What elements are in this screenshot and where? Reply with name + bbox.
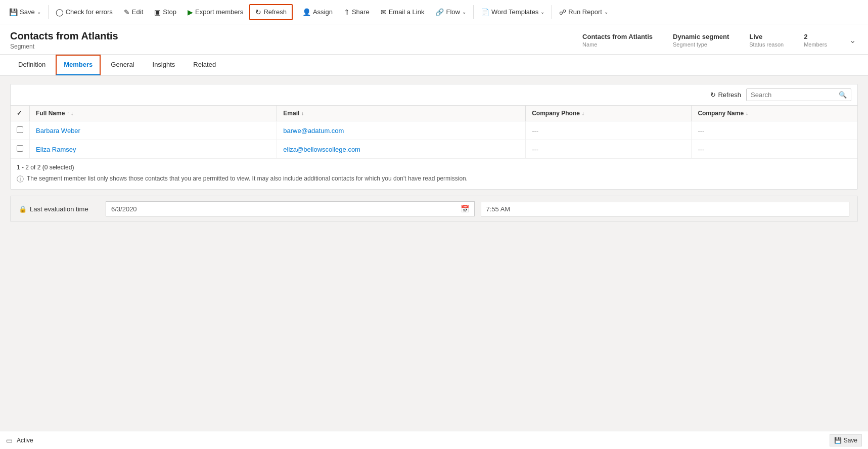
- header-meta-name-label: Name: [582, 41, 653, 48]
- table-header-row: ✓ Full Name ↑ ↓ Email ↓: [11, 106, 857, 121]
- email-link-button[interactable]: ✉ Email a Link: [376, 5, 430, 19]
- calendar-icon: 📅: [461, 205, 469, 213]
- tab-general[interactable]: General: [103, 55, 142, 75]
- tab-insights[interactable]: Insights: [145, 55, 184, 75]
- full-name-col-header[interactable]: Full Name ↑ ↓: [30, 106, 277, 121]
- members-panel: ↻ Refresh 🔍 ✓ Full Nam: [10, 84, 858, 190]
- flow-button[interactable]: 🔗 Flow ⌄: [430, 5, 471, 19]
- edit-button[interactable]: ✎ Edit: [119, 5, 148, 19]
- table-row: Barbara Weber barwe@adatum.com --- ---: [11, 121, 857, 140]
- email-sort-icon[interactable]: ↓: [301, 111, 304, 116]
- page-header-right: Contacts from Atlantis Name Dynamic segm…: [582, 33, 858, 48]
- tab-definition[interactable]: Definition: [10, 55, 54, 75]
- run-report-dropdown-icon[interactable]: ⌄: [604, 9, 608, 15]
- row-checkbox[interactable]: [11, 140, 30, 159]
- header-meta-segment-type: Dynamic segment Segment type: [673, 33, 729, 48]
- email-link-icon: ✉: [381, 8, 387, 16]
- record-count: 1 - 2 of 2 (0 selected): [17, 164, 851, 171]
- full-name-sort-icons[interactable]: ↑ ↓: [67, 111, 73, 116]
- panel-toolbar: ↻ Refresh 🔍: [11, 84, 857, 106]
- phone-sort-icon[interactable]: ↓: [582, 111, 584, 116]
- share-icon: ⇑: [344, 8, 350, 16]
- lock-icon: 🔒: [19, 205, 27, 213]
- search-icon: 🔍: [839, 91, 847, 99]
- flow-dropdown-icon[interactable]: ⌄: [462, 9, 466, 15]
- save-dropdown-icon[interactable]: ⌄: [37, 9, 41, 15]
- stop-button[interactable]: ▣ Stop: [149, 5, 181, 19]
- header-meta-members-value: 2: [804, 33, 827, 40]
- checkbox-col-header: ✓: [11, 106, 30, 121]
- check-errors-button[interactable]: ◯ Check for errors: [51, 5, 118, 19]
- divider-4: [552, 5, 552, 19]
- window-controls-icon: ▭: [6, 436, 13, 444]
- run-report-button[interactable]: ☍ Run Report ⌄: [554, 5, 613, 19]
- info-icon: ⓘ: [17, 175, 24, 184]
- refresh-icon: ↻: [255, 8, 261, 16]
- save-button[interactable]: 💾 Save ⌄: [4, 5, 46, 19]
- info-note-text: The segment member list only shows those…: [27, 175, 468, 182]
- tab-members[interactable]: Members: [56, 55, 101, 75]
- panel-refresh-button[interactable]: ↻ Refresh: [705, 88, 746, 101]
- row-company-phone: ---: [526, 140, 692, 159]
- eval-date-value: 6/3/2020: [111, 205, 137, 213]
- table-footer: 1 - 2 of 2 (0 selected) ⓘ The segment me…: [11, 159, 857, 189]
- company-phone-col-header[interactable]: Company Phone ↓: [526, 106, 692, 121]
- status-bar: ▭ Active 💾 Save: [0, 431, 868, 449]
- content-area: ↻ Refresh 🔍 ✓ Full Nam: [0, 76, 868, 431]
- page-title: Contacts from Atlantis: [10, 30, 118, 42]
- eval-time-box: 7:55 AM: [481, 202, 850, 216]
- assign-button[interactable]: 👤 Assign: [297, 5, 338, 19]
- eval-date-box: 6/3/2020 📅: [106, 201, 475, 216]
- header-meta-segment-type-label: Segment type: [673, 41, 729, 48]
- stop-icon: ▣: [154, 8, 161, 16]
- checkbox-icon: ✓: [17, 110, 22, 117]
- status-save-button[interactable]: 💾 Save: [830, 434, 862, 446]
- header-meta-members-label: Members: [804, 41, 827, 48]
- row-company-name: ---: [692, 121, 857, 140]
- flow-icon: 🔗: [435, 8, 444, 16]
- row-company-name: ---: [692, 140, 857, 159]
- status-label: Active: [17, 437, 33, 444]
- divider-1: [48, 5, 49, 19]
- tab-related[interactable]: Related: [185, 55, 224, 75]
- header-meta-status-value: Live: [749, 33, 784, 40]
- save-icon: 💾: [9, 8, 18, 16]
- edit-icon: ✎: [124, 8, 130, 16]
- row-full-name[interactable]: Barbara Weber: [30, 121, 277, 140]
- refresh-button[interactable]: ↻ Refresh: [249, 4, 293, 20]
- header-meta-segment-type-value: Dynamic segment: [673, 33, 729, 40]
- row-company-phone: ---: [526, 121, 692, 140]
- main-content: Contacts from Atlantis Segment Contacts …: [0, 24, 868, 431]
- row-checkbox[interactable]: [11, 121, 30, 140]
- header-meta-status-label: Status reason: [749, 41, 784, 48]
- row-email[interactable]: barwe@adatum.com: [277, 121, 526, 140]
- status-save-icon: 💾: [834, 437, 842, 444]
- page-subtitle: Segment: [10, 43, 118, 50]
- table-row: Eliza Ramsey eliza@bellowscollege.com --…: [11, 140, 857, 159]
- company-sort-icon[interactable]: ↓: [746, 111, 748, 116]
- search-input[interactable]: [751, 91, 836, 99]
- word-templates-dropdown-icon[interactable]: ⌄: [540, 9, 544, 15]
- export-icon: ▶: [188, 8, 193, 16]
- row-full-name[interactable]: Eliza Ramsey: [30, 140, 277, 159]
- page-header-left: Contacts from Atlantis Segment: [10, 30, 118, 50]
- search-box[interactable]: 🔍: [746, 88, 851, 101]
- company-name-col-header[interactable]: Company Name ↓: [692, 106, 857, 121]
- header-meta-name-value: Contacts from Atlantis: [582, 33, 653, 40]
- header-meta-members: 2 Members: [804, 33, 827, 48]
- check-errors-icon: ◯: [56, 8, 64, 16]
- members-table: ✓ Full Name ↑ ↓ Email ↓: [11, 106, 857, 159]
- email-col-header[interactable]: Email ↓: [277, 106, 526, 121]
- assign-icon: 👤: [302, 8, 311, 16]
- main-toolbar: 💾 Save ⌄ ◯ Check for errors ✎ Edit ▣ Sto…: [0, 0, 868, 24]
- header-meta-name: Contacts from Atlantis Name: [582, 33, 653, 48]
- eval-label: 🔒 Last evaluation time: [19, 205, 100, 213]
- divider-2: [295, 5, 295, 19]
- share-button[interactable]: ⇑ Share: [339, 5, 375, 19]
- run-report-icon: ☍: [559, 8, 566, 16]
- header-collapse-icon[interactable]: ⌄: [847, 33, 858, 47]
- export-members-button[interactable]: ▶ Export members: [182, 5, 248, 19]
- divider-3: [473, 5, 474, 19]
- word-templates-button[interactable]: 📄 Word Templates ⌄: [476, 5, 550, 19]
- row-email[interactable]: eliza@bellowscollege.com: [277, 140, 526, 159]
